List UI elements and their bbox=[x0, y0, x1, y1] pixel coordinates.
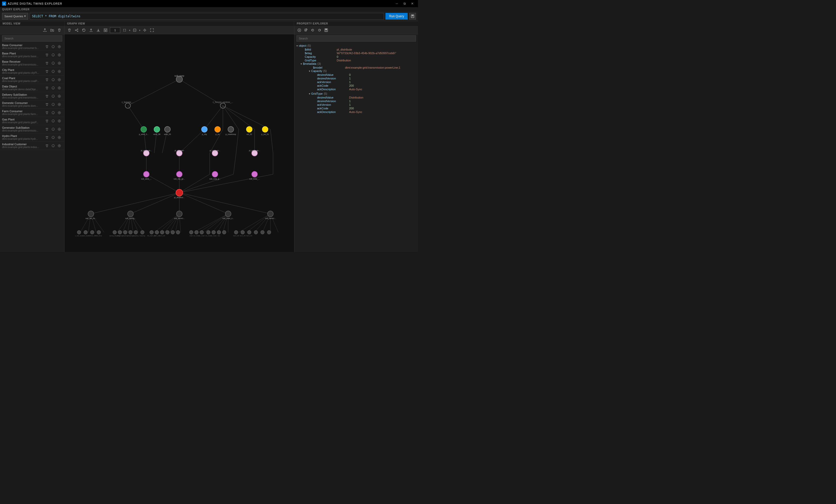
add-twin-button[interactable] bbox=[57, 60, 62, 66]
gridtype-section-toggle[interactable]: ▾ bbox=[309, 92, 310, 95]
svg-text:i: i bbox=[53, 137, 53, 138]
saved-queries-button[interactable]: Saved Queries ▾ bbox=[2, 13, 28, 20]
svg-text:str_main: str_main bbox=[211, 235, 217, 236]
collapse-button[interactable] bbox=[132, 27, 137, 33]
svg-text:blspring: blspring bbox=[139, 235, 145, 236]
info-model-button[interactable]: i bbox=[50, 60, 56, 66]
upload-model-button[interactable] bbox=[42, 27, 48, 33]
delete-model-button[interactable] bbox=[44, 143, 50, 149]
delete-model-button[interactable] bbox=[44, 127, 50, 132]
delete-all-models-button[interactable] bbox=[57, 27, 62, 33]
trash-icon bbox=[45, 78, 49, 81]
delete-model-button[interactable] bbox=[44, 69, 50, 74]
download-graph-button[interactable] bbox=[95, 27, 101, 33]
add-icon bbox=[58, 53, 61, 57]
model-item-id: dtmi:example:grid:plants:cityPl... bbox=[2, 72, 44, 74]
add-twin-button[interactable] bbox=[57, 93, 62, 99]
add-twin-button[interactable] bbox=[57, 118, 62, 124]
model-list-item[interactable]: Base Plant dtmi:example:grid:plants:base… bbox=[0, 51, 64, 59]
info-model-button[interactable]: i bbox=[50, 52, 56, 58]
delete-model-button[interactable] bbox=[44, 44, 50, 50]
model-list-item[interactable]: Domestic Consumer dtmi:example:grid:plan… bbox=[0, 100, 64, 109]
expand-layout-button[interactable] bbox=[122, 27, 128, 33]
add-twin-button[interactable] bbox=[57, 135, 62, 140]
layout-button[interactable] bbox=[103, 27, 108, 33]
add-twin-button[interactable] bbox=[57, 102, 62, 107]
delete-model-button[interactable] bbox=[44, 118, 50, 124]
edit-property-button[interactable] bbox=[303, 27, 309, 33]
delete-model-button[interactable] bbox=[44, 60, 50, 66]
delete-model-button[interactable] bbox=[44, 77, 50, 82]
svg-text:i: i bbox=[53, 79, 53, 81]
model-list-item[interactable]: Generator SubStation dtmi:example:grid:t… bbox=[0, 125, 64, 133]
model-list-item[interactable]: Base Consumer dtmi:example:grid:consumer… bbox=[0, 42, 64, 51]
info-model-button[interactable]: i bbox=[50, 127, 56, 132]
delete-model-button[interactable] bbox=[44, 93, 50, 99]
model-list-item[interactable]: Coal Plant dtmi:example:grid:plants:coal… bbox=[0, 76, 64, 84]
close-button[interactable]: ✕ bbox=[409, 0, 416, 7]
info-model-button[interactable]: i bbox=[50, 85, 56, 91]
minimize-button[interactable]: ─ bbox=[393, 0, 400, 7]
gridtype-section-count: {5} bbox=[324, 92, 327, 95]
info-model-button[interactable]: i bbox=[50, 135, 56, 140]
add-twin-button[interactable] bbox=[57, 143, 62, 149]
model-item-text: Data Object dtmi:example:demo:dataObje..… bbox=[2, 85, 44, 91]
capacity-section-toggle[interactable]: ▾ bbox=[309, 70, 310, 73]
add-twin-button[interactable] bbox=[57, 52, 62, 58]
save-query-button[interactable] bbox=[409, 13, 416, 20]
fullscreen-button[interactable] bbox=[149, 27, 155, 33]
refresh-graph-button[interactable] bbox=[81, 27, 87, 33]
maximize-button[interactable]: ⧉ bbox=[401, 0, 408, 7]
add-twin-button[interactable] bbox=[57, 110, 62, 116]
undo-property-button[interactable] bbox=[310, 27, 316, 33]
run-query-button[interactable]: Run Query bbox=[385, 13, 408, 20]
model-list-item[interactable]: Gas Plant dtmi:example:grid:plants:gasP.… bbox=[0, 117, 64, 125]
object-toggle[interactable]: ▾ bbox=[297, 44, 298, 47]
add-twin-button[interactable] bbox=[57, 77, 62, 82]
add-twin-button[interactable] bbox=[57, 44, 62, 50]
info-model-button[interactable]: i bbox=[50, 77, 56, 82]
save-property-button[interactable] bbox=[323, 27, 329, 33]
delete-model-button[interactable] bbox=[44, 135, 50, 140]
svg-point-191 bbox=[267, 230, 271, 234]
info-model-button[interactable]: i bbox=[50, 69, 56, 74]
info-model-button[interactable]: i bbox=[50, 93, 56, 99]
info-model-button[interactable]: i bbox=[50, 110, 56, 116]
query-input[interactable] bbox=[30, 13, 384, 20]
model-search-input[interactable] bbox=[2, 35, 62, 41]
redo-property-button[interactable] bbox=[317, 27, 322, 33]
upload-graph-button[interactable] bbox=[88, 27, 94, 33]
delete-model-button[interactable] bbox=[44, 85, 50, 91]
add-twin-button[interactable] bbox=[57, 85, 62, 91]
model-list-item[interactable]: Industrial Customer dtmi:example:grid:pl… bbox=[0, 142, 64, 150]
upload-folder-button[interactable] bbox=[49, 27, 55, 33]
delete-selected-graph-button[interactable] bbox=[66, 27, 72, 33]
property-explorer-header: PROPERTY EXPLORER bbox=[294, 21, 418, 26]
model-list-item[interactable]: Farm Consumer dtmi:example:grid:plants:f… bbox=[0, 109, 64, 117]
graph-count-input[interactable] bbox=[110, 27, 120, 33]
info-model-button[interactable]: i bbox=[50, 118, 56, 124]
edit-icon bbox=[304, 28, 308, 32]
model-list-item[interactable]: Data Object dtmi:example:demo:dataObje..… bbox=[0, 84, 64, 92]
graph-canvas[interactable]: sub_corp c_barcorp_... c_forcorp_contoso… bbox=[64, 34, 294, 252]
share-graph-button[interactable] bbox=[74, 27, 79, 33]
add-twin-button[interactable] bbox=[57, 69, 62, 74]
property-search-input[interactable] bbox=[297, 35, 416, 41]
model-list-item[interactable]: Base Receiver dtmi:example:grid:transmis… bbox=[0, 59, 64, 67]
model-list-item[interactable]: Delivery SubStation dtmi:example:grid:tr… bbox=[0, 92, 64, 100]
add-property-button[interactable] bbox=[297, 27, 302, 33]
svg-text:i: i bbox=[53, 120, 53, 122]
delete-model-button[interactable] bbox=[44, 102, 50, 107]
center-button[interactable] bbox=[142, 27, 148, 33]
delete-model-button[interactable] bbox=[44, 52, 50, 58]
delete-model-button[interactable] bbox=[44, 110, 50, 116]
model-list-item[interactable]: City Plant dtmi:example:grid:plants:city… bbox=[0, 67, 64, 76]
info-model-button[interactable]: i bbox=[50, 44, 56, 50]
info-model-button[interactable]: i bbox=[50, 102, 56, 107]
info-model-button[interactable]: i bbox=[50, 143, 56, 149]
save-icon bbox=[324, 28, 328, 32]
add-twin-button[interactable] bbox=[57, 127, 62, 132]
metadata-toggle[interactable]: ▾ bbox=[301, 62, 302, 65]
model-list-item[interactable]: Hydro Plant dtmi:example:grid:plants:hyd… bbox=[0, 133, 64, 142]
svg-text:p_oo: p_oo bbox=[215, 133, 220, 135]
